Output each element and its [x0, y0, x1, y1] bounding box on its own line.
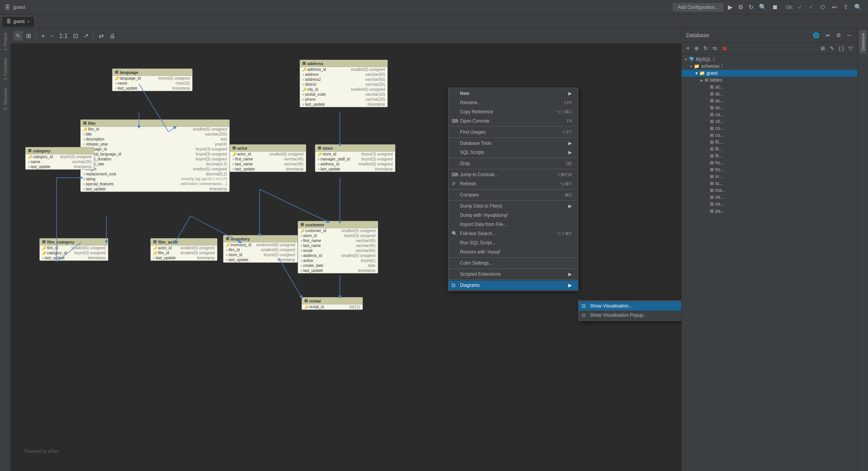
list-item[interactable]: ⊞fil...	[682, 146, 857, 152]
tab-close-button[interactable]: ✕	[27, 20, 30, 24]
cm-item-scripted-extensions[interactable]: Scripted Extensions ▶	[449, 270, 578, 279]
cm-item-rename[interactable]: Rename... ⇧F6	[449, 98, 578, 107]
tree-schemas[interactable]: ▼ 📁 schemas 2	[682, 63, 857, 70]
actual-size-button[interactable]: 1:1	[57, 31, 70, 41]
cm-item-color-settings[interactable]: Color Settings...	[449, 258, 578, 268]
sync-button[interactable]: ⇆	[711, 44, 719, 52]
table-title: film_category	[47, 240, 75, 244]
cm-item-show-vis[interactable]: ⊡ Show Visualisation... ⌥⇧⌘U	[579, 301, 681, 311]
list-item[interactable]: ⊞ma...	[682, 187, 857, 194]
edit-button[interactable]: ✎	[828, 44, 836, 52]
cm-item-compare[interactable]: Compare ⌘D	[449, 190, 578, 200]
table-film-category[interactable]: ⊞ film_category 🔑film_id smallint(5) uns…	[39, 238, 108, 261]
cm-open-console-icon: ⌨	[452, 118, 458, 124]
table-rental[interactable]: ⊞ rental 🔑rental_id int(11)	[302, 297, 363, 310]
list-item[interactable]: ⊞la...	[682, 180, 857, 187]
cm-item-diagrams[interactable]: ⊡ Diagrams ▶	[449, 281, 578, 290]
list-item[interactable]: ⊞co...	[682, 125, 857, 132]
list-item[interactable]: ⊞ho...	[682, 159, 857, 166]
table-address[interactable]: ⊞ address 🔑address_id smallint(5) unsign…	[300, 60, 388, 107]
mysql-icon: 🐬	[689, 57, 694, 62]
list-item[interactable]: ⊞ac...	[682, 83, 857, 90]
find-button[interactable]: 🔍	[853, 3, 863, 11]
sidebar-structure-tab[interactable]: Z: Structure	[2, 85, 9, 113]
list-item[interactable]: ⊞ac...	[682, 104, 857, 111]
table-category[interactable]: ⊞ category 🔑category_id tinyint(3) unsig…	[25, 147, 94, 170]
tree-guest[interactable]: ▼ 📁 guest	[682, 70, 857, 77]
list-item[interactable]: ⊞ho...	[682, 166, 857, 173]
new-datasource-button[interactable]: +	[685, 44, 691, 52]
list-item[interactable]: ⊞ca...	[682, 111, 857, 118]
reload-button[interactable]: ↻	[747, 3, 755, 11]
cm-item-restore-mysql[interactable]: Restore with 'mysql'	[449, 247, 578, 257]
list-item[interactable]: ⊞cu...	[682, 132, 857, 139]
list-item[interactable]: ⊞mi...	[682, 194, 857, 201]
layout-button[interactable]: ⇄	[97, 31, 106, 41]
build-button[interactable]: ⚙	[736, 3, 745, 11]
git-checkmark-green[interactable]: ✓	[807, 3, 815, 11]
cm-item-open-console[interactable]: ⌨ Open Console F4	[449, 116, 578, 126]
cm-item-import-file[interactable]: Import Data from File...	[449, 220, 578, 229]
cm-item-sql-scripts[interactable]: SQL Scripts ▶	[449, 148, 578, 157]
pointer-tool[interactable]: ↖	[14, 31, 23, 41]
list-item[interactable]: ⊞ac...	[682, 90, 857, 97]
cm-item-jump-console[interactable]: ⌨ Jump to Console... ⇧⌘F10	[449, 170, 578, 179]
git-push[interactable]: ⇧	[842, 3, 850, 11]
list-item[interactable]: ⊞mi...	[682, 201, 857, 208]
tree-mysql[interactable]: ▼ 🐬 MySQL 2	[682, 56, 857, 63]
export-button[interactable]: ↗	[82, 31, 90, 41]
list-item[interactable]: ⊞pa...	[682, 208, 857, 214]
table-store[interactable]: ⊞ store 🔑store_id tinyint(3) unsigned ≡m…	[315, 144, 395, 172]
list-item[interactable]: ⊞in...	[682, 173, 857, 180]
list-item[interactable]: ⊞ac...	[682, 97, 857, 104]
print-button[interactable]: 🖨	[107, 31, 117, 41]
sidebar-favorites-tab[interactable]: 2: Favorites	[2, 55, 9, 83]
minimize-button-rp[interactable]: ─	[846, 31, 853, 39]
list-item[interactable]: ⊞fil...	[682, 152, 857, 159]
list-item[interactable]: ⊞fil...	[682, 139, 857, 146]
table-inventory[interactable]: ⊞ inventory 🔑inventory_id mediumint(8) u…	[223, 235, 298, 263]
table-language[interactable]: ⊞ language 🔑language_id tinyint(3) unsig…	[112, 69, 193, 91]
zoom-in-button[interactable]: +	[39, 31, 47, 41]
tab-label: guest	[13, 19, 24, 24]
cm-item-database-tools[interactable]: Database Tools ▶	[449, 139, 578, 148]
cm-item-new[interactable]: New ▶	[449, 89, 578, 98]
cm-item-fulltext-search[interactable]: 🔍 Full-text Search... ⌥⇧⌘F	[449, 229, 578, 238]
layout-button-rp[interactable]: ⇌	[824, 31, 832, 39]
settings-button-rp[interactable]: ⚙	[835, 31, 843, 39]
table-view-button[interactable]: ⊞	[819, 44, 827, 52]
stop-button-rp[interactable]: ⏹	[720, 44, 729, 52]
table-film-actor[interactable]: ⊞ film_actor 🔑actor_id smallint(5) unsig…	[150, 238, 217, 261]
cm-item-drop[interactable]: Drop ⌫	[449, 159, 578, 168]
git-checkmark-blue[interactable]: ✓	[796, 3, 804, 11]
refresh-button-rp[interactable]: ↻	[702, 44, 710, 52]
ddl-button[interactable]: { }	[837, 44, 845, 52]
cm-item-refresh[interactable]: ↺ Refresh ⌥⌘Y	[449, 179, 578, 188]
tree-tables[interactable]: ▶ ⊞ tables	[682, 77, 857, 83]
table-film[interactable]: ⊞ film 🔑film_id smallint(5) unsigned ≡ti…	[80, 119, 230, 192]
table-customer[interactable]: ⊞ customer 🔑customer_id smallint(5) unsi…	[298, 221, 378, 273]
filter-button[interactable]: ▽	[847, 44, 854, 52]
globe-button[interactable]: 🌐	[811, 31, 821, 39]
cm-item-copy-reference[interactable]: Copy Reference ⌥⇧⌘C	[449, 107, 578, 116]
right-tab-database[interactable]: Database	[859, 30, 867, 54]
sidebar-project-tab[interactable]: 1: Project	[2, 30, 9, 54]
cm-item-dump-file[interactable]: Dump Data to File(s) ▶	[449, 201, 578, 211]
list-item[interactable]: ⊞cit...	[682, 118, 857, 125]
cm-item-dump-mysqldump[interactable]: Dump with 'mysqldump'	[449, 211, 578, 220]
fit-button[interactable]: ⊡	[71, 31, 80, 41]
run-button[interactable]: ▶	[726, 3, 734, 11]
add-configuration-button[interactable]: Add Configuration...	[673, 3, 723, 11]
git-revert[interactable]: ↩	[830, 3, 839, 11]
cm-item-find-usages[interactable]: Find Usages ⌥F7	[449, 128, 578, 137]
table-actor[interactable]: ⊞ actor 🔑actor_id smallint(5) unsigned ≡…	[230, 144, 306, 172]
stop-button[interactable]: ⏹	[770, 3, 780, 11]
tab-guest[interactable]: 🗄 guest ✕	[2, 16, 35, 27]
git-history[interactable]: ⏲	[818, 3, 827, 11]
cm-item-run-sql[interactable]: Run SQL Script...	[449, 238, 578, 247]
coverage-button[interactable]: 🔍	[757, 3, 768, 11]
duplicate-button[interactable]: ⊕	[693, 44, 700, 52]
cm-item-show-vis-popup[interactable]: ⊡ Show Visualisation Popup... ⌘U	[579, 311, 681, 320]
zoom-out-button[interactable]: −	[48, 31, 55, 41]
grid-tool[interactable]: ⊞	[24, 31, 33, 41]
